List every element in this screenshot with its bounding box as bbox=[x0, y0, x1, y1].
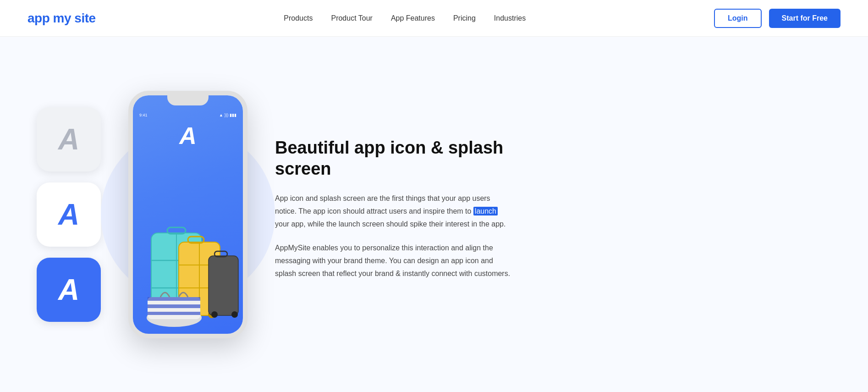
luggage-area bbox=[133, 196, 243, 334]
svg-point-17 bbox=[231, 311, 238, 318]
main-nav: Products Product Tour App Features Prici… bbox=[284, 14, 526, 22]
logo[interactable]: app my site bbox=[27, 11, 96, 26]
app-icon-blue-letter: A bbox=[58, 198, 79, 232]
phone-app-letter: A bbox=[179, 122, 197, 149]
nav-products[interactable]: Products bbox=[284, 14, 313, 22]
nav-product-tour[interactable]: Product Tour bbox=[331, 14, 372, 22]
phone-logo-area: A bbox=[179, 122, 197, 149]
start-for-free-button[interactable]: Start for Free bbox=[769, 9, 841, 28]
phone-mockup-section: 9:41 ▲ ))) ▮▮▮ A bbox=[128, 91, 247, 338]
nav-pricing[interactable]: Pricing bbox=[453, 14, 476, 22]
svg-rect-22 bbox=[148, 312, 200, 315]
phone-notch bbox=[167, 95, 209, 105]
header-actions: Login Start for Free bbox=[714, 9, 841, 28]
phone-time: 9:41 bbox=[139, 113, 148, 117]
svg-rect-21 bbox=[148, 304, 200, 308]
content-title: Beautiful app icon & splash screen bbox=[275, 138, 513, 179]
svg-rect-20 bbox=[148, 297, 200, 301]
content-text: Beautiful app icon & splash screen App i… bbox=[275, 138, 513, 291]
phone-screen: 9:41 ▲ ))) ▮▮▮ A bbox=[133, 95, 243, 334]
main-section: A A A 9:41 ▲ ))) ▮▮▮ A bbox=[0, 37, 868, 392]
logo-text-blue: app my site bbox=[27, 11, 96, 25]
app-icon-white-on-blue: A bbox=[37, 258, 101, 322]
app-icon-gray-letter: A bbox=[58, 122, 79, 156]
content-para-1: App icon and splash screen are the first… bbox=[275, 192, 513, 231]
app-icon-blue-on-white: A bbox=[37, 182, 101, 247]
app-icons-section: A A A bbox=[37, 107, 101, 322]
svg-rect-14 bbox=[209, 256, 238, 315]
phone-status-icons: ▲ ))) ▮▮▮ bbox=[219, 113, 236, 117]
para1-highlight: launch bbox=[473, 207, 498, 215]
content-para-2: AppMySite enables you to personalize thi… bbox=[275, 242, 513, 280]
luggage-svg bbox=[133, 196, 243, 334]
app-icon-gray: A bbox=[37, 107, 101, 171]
app-icon-white-letter: A bbox=[58, 273, 79, 307]
header: app my site Products Product Tour App Fe… bbox=[0, 0, 868, 37]
phone-frame: 9:41 ▲ ))) ▮▮▮ A bbox=[128, 91, 247, 338]
svg-point-16 bbox=[211, 311, 218, 318]
login-button[interactable]: Login bbox=[714, 9, 762, 28]
phone-status-bar: 9:41 ▲ ))) ▮▮▮ bbox=[133, 111, 243, 117]
nav-app-features[interactable]: App Features bbox=[391, 14, 435, 22]
para1-after: your app, while the launch screen should… bbox=[275, 220, 505, 228]
para1-before: App icon and splash screen are the first… bbox=[275, 194, 490, 215]
nav-industries[interactable]: Industries bbox=[494, 14, 526, 22]
